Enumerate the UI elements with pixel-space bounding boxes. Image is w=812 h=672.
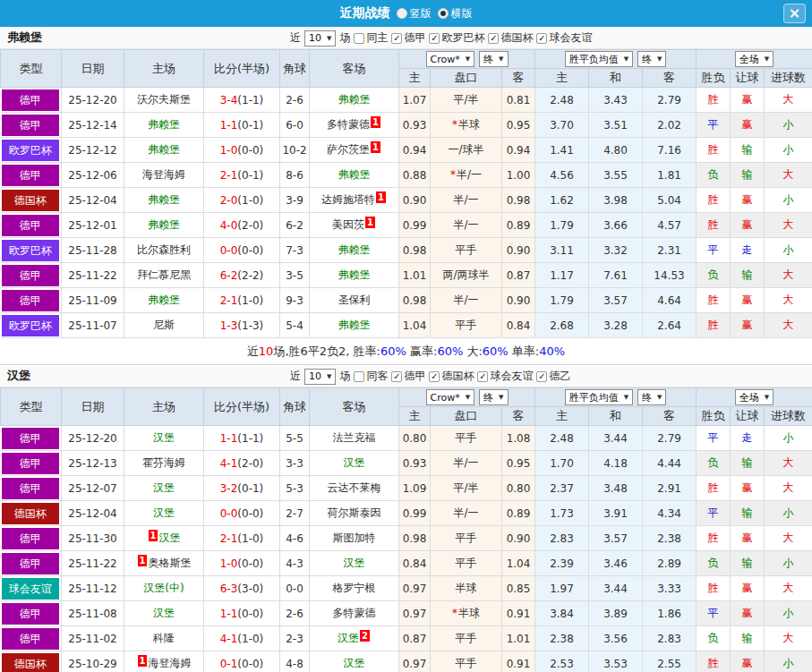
match-date: 25-12-20 (62, 88, 124, 113)
ah-away-odds: 0.94 (502, 138, 535, 163)
match-date: 25-12-04 (62, 501, 124, 526)
bookmaker-select[interactable]: Crow* ▼ (426, 389, 475, 405)
close-button[interactable]: × (783, 4, 806, 23)
fulltime-score: 6-2 (220, 269, 238, 282)
fulltime-score: 1-0 (220, 557, 238, 570)
checkbox-checked-icon[interactable] (391, 33, 402, 44)
team-name-text: 沃尔夫斯堡 (137, 93, 191, 106)
ah-home-odds: 0.90 (399, 188, 431, 213)
odds-home: 2.68 (535, 313, 589, 338)
result-goals: 小 (765, 188, 812, 213)
ah-line-text: 半/一 (457, 168, 482, 181)
result-wdl: 胜 (697, 313, 731, 338)
home-team: 1奥格斯堡 (124, 551, 204, 576)
ah-away-odds: 0.81 (502, 88, 535, 113)
league-filter[interactable]: 德国杯 (429, 369, 474, 384)
ah-line-text: 半/一 (453, 218, 478, 231)
match-row: 欧罗巴杯 25-11-07 尼斯 1-3(1-3) 5-4 弗赖堡 1.04 平… (1, 313, 812, 338)
away-team: 荷尔斯泰因 (310, 501, 399, 526)
ah-home-odds: 0.99 (399, 213, 431, 238)
table-head: 类型 日期 主场 比分(半场) 角球 客场 Crow* ▼ 终 ▼ (1, 388, 812, 426)
checkbox-unchecked-icon[interactable] (354, 371, 364, 382)
ah-line-text: 平/半 (453, 481, 478, 494)
ah-line-text: 平/半 (453, 93, 478, 106)
halftime-score: (3-0) (237, 583, 263, 595)
odds-away: 4.57 (643, 213, 697, 238)
checkbox-checked-icon[interactable] (536, 371, 547, 382)
checkbox-checked-icon[interactable] (429, 33, 440, 44)
col-odds-draw: 和 (589, 407, 643, 426)
halftime-score: (1-0) (237, 532, 263, 545)
table-body: 德甲 25-12-20 汉堡 1-1(1-1) 5-5 法兰克福 0.80 平手… (1, 426, 812, 672)
same-venue-label: 同主 (366, 30, 388, 46)
away-team: 汉堡2 (310, 626, 399, 651)
radio-horizontal[interactable]: 横版 (438, 6, 473, 21)
match-count-select[interactable]: 10 ▼ (304, 369, 336, 385)
result-wdl: 胜 (697, 88, 731, 113)
match-count-select[interactable]: 10 ▼ (304, 30, 336, 47)
full-match-select[interactable]: 全场 ▼ (735, 389, 774, 405)
odds-away: 7.16 (643, 138, 697, 163)
wdl-average-select[interactable]: 胜平负均值 ▼ (565, 51, 633, 67)
fulltime-score: 2-1 (220, 532, 238, 545)
team-name-text: 拜仁慕尼黑 (137, 268, 191, 281)
corner-score: 9-3 (280, 288, 310, 313)
odds-home: 3.70 (535, 113, 589, 138)
league-filter[interactable]: 欧罗巴杯 (429, 30, 484, 46)
radio-selected-icon[interactable] (438, 8, 449, 19)
ah-home-odds: 1.09 (399, 476, 431, 501)
red-card-badge: 1 (371, 116, 380, 128)
team-name-text: 弗赖堡 (338, 268, 371, 281)
checkbox-checked-icon[interactable] (488, 33, 499, 44)
league-filter[interactable]: 德乙 (536, 369, 570, 384)
ah-home-odds: 0.97 (399, 601, 431, 626)
home-team: 汉堡(中) (124, 576, 204, 601)
league-filter[interactable]: 德甲 (391, 369, 425, 384)
wdl-average-select[interactable]: 胜平负均值 ▼ (565, 389, 633, 405)
match-score: 2-1(1-0) (204, 288, 280, 313)
league-filter[interactable]: 德国杯 (488, 30, 533, 46)
same-venue-filter[interactable]: 同客 (354, 369, 388, 384)
league-filter[interactable]: 球会友谊 (477, 369, 533, 384)
odds-home: 2.48 (535, 88, 589, 113)
result-handicap: 赢 (731, 288, 765, 313)
fulltime-score: 1-0 (220, 144, 238, 157)
corner-score: 4-8 (280, 651, 310, 672)
home-team: 拜仁慕尼黑 (124, 263, 204, 288)
ah-away-odds: 0.80 (502, 476, 535, 501)
same-venue-filter[interactable]: 同主 (354, 30, 388, 46)
full-match-select[interactable]: 全场 ▼ (735, 51, 774, 67)
fulltime-score: 2-0 (220, 194, 238, 207)
final-select[interactable]: 终 ▼ (479, 51, 508, 67)
league-filter[interactable]: 德甲 (391, 30, 425, 46)
away-team: 达姆施塔特1 (310, 188, 399, 213)
corner-score: 3-9 (280, 188, 310, 213)
checkbox-checked-icon[interactable] (429, 371, 440, 382)
result-wdl: 负 (697, 451, 731, 476)
corner-score: 7-3 (280, 238, 310, 263)
checkbox-checked-icon[interactable] (391, 371, 402, 382)
final-select[interactable]: 终 ▼ (637, 51, 666, 67)
odds-home: 4.56 (535, 163, 589, 188)
league-filter-label: 球会友谊 (549, 30, 592, 46)
radio-unselected-icon[interactable] (397, 8, 407, 19)
bookmaker-select[interactable]: Crow* ▼ (426, 51, 475, 67)
sections-container: 弗赖堡 近 10 ▼ 场 同主 德甲欧罗巴杯德国杯球会友谊 类型 日期 (0, 27, 812, 672)
league-filter[interactable]: 球会友谊 (536, 30, 592, 46)
checkbox-unchecked-icon[interactable] (354, 33, 364, 44)
radio-vertical[interactable]: 竖版 (397, 6, 432, 21)
ah-away-odds: 0.89 (502, 501, 535, 526)
ah-home-odds: 0.98 (399, 238, 431, 263)
checkbox-checked-icon[interactable] (536, 33, 547, 44)
final-select[interactable]: 终 ▼ (479, 389, 508, 405)
match-row: 德甲 25-11-22 拜仁慕尼黑 6-2(2-2) 3-5 弗赖堡 1.01 … (1, 263, 812, 288)
ah-away-odds: 0.87 (502, 263, 535, 288)
corner-score: 2-7 (280, 501, 310, 526)
filter-group: 近 10 ▼ 场 同客 德甲德国杯球会友谊德乙 (290, 365, 570, 387)
checkbox-checked-icon[interactable] (477, 371, 488, 382)
team-name-text: 多特蒙德 (333, 607, 376, 619)
col-score: 比分(半场) (204, 50, 280, 88)
table-head: 类型 日期 主场 比分(半场) 角球 客场 Crow* ▼ 终 ▼ (1, 50, 812, 88)
odds-draw: 4.80 (589, 138, 643, 163)
final-select[interactable]: 终 ▼ (637, 389, 666, 405)
